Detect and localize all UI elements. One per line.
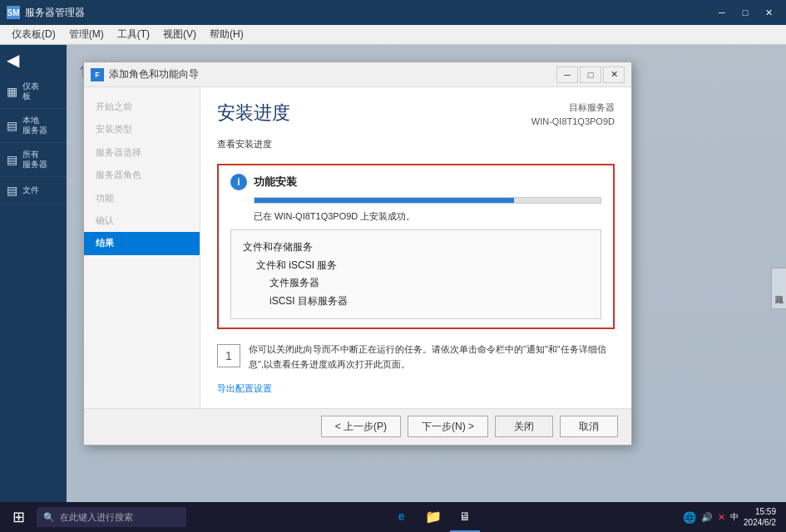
outer-titlebar: SM 服务器管理器 ─ □ ✕	[0, 0, 786, 25]
features-box: 文件和存储服务 文件和 iSCSI 服务 文件服务器 iSCSI 目标服务器	[230, 229, 601, 319]
step-install-type[interactable]: 安装类型	[84, 118, 200, 140]
page-header: 安装进度 目标服务器 WIN-QI8T1Q3PO9D	[217, 101, 615, 128]
tray-clock: 15:59	[744, 506, 776, 517]
dialog-overlay: F 添加角色和功能向导 ─ □ ✕ 开始之前	[67, 45, 786, 532]
progress-bar-container	[254, 197, 601, 204]
section-label: 查看安装进度	[217, 138, 615, 150]
search-icon: 🔍	[43, 512, 55, 523]
server-manager-icon: 🖥	[459, 510, 471, 523]
outer-close-btn[interactable]: ✕	[758, 4, 779, 21]
outer-minimize-btn[interactable]: ─	[711, 4, 733, 21]
page-title: 安装进度	[217, 101, 290, 126]
install-box: i 功能安装 已在 WIN-QI8T1Q3PO9D 上安装成功。	[217, 164, 615, 329]
next-btn[interactable]: 下一步(N) >	[408, 416, 488, 437]
server-info: 目标服务器 WIN-QI8T1Q3PO9D	[531, 101, 615, 128]
inner-dialog-title: 添加角色和功能向导	[109, 67, 556, 81]
step-start[interactable]: 开始之前	[84, 96, 200, 118]
menu-dashboard[interactable]: 仪表板(D)	[5, 26, 62, 43]
dialog-footer: < 上一步(P) 下一步(N) > 关闭 取消	[84, 408, 631, 445]
taskbar-search-box[interactable]: 🔍 在此键入进行搜索	[37, 507, 186, 527]
notice-icon: 1	[217, 344, 240, 367]
right-panel: 仪表板 F 添加角色和功能向导 ─ □ ✕	[67, 45, 786, 532]
sidebar-section: ▦ 仪表板 ▤ 本地服务器 ▤ 所有服务器 ▤ 文件	[0, 75, 67, 204]
inner-dialog: F 添加角色和功能向导 ─ □ ✕ 开始之前	[83, 62, 632, 446]
taskbar-apps: e 📁 🖥	[190, 502, 676, 532]
collapse-btn[interactable]: 隐藏	[771, 268, 786, 309]
sidebar-label-file-storage: 文件	[22, 185, 39, 195]
sidebar-item-local[interactable]: ▤ 本地服务器	[0, 109, 67, 143]
taskbar: ⊞ 🔍 在此键入进行搜索 e 📁 🖥 🌐 🔊 ✕ 中 15:59 2024/6/	[0, 502, 786, 532]
feature-line-0: 文件和存储服务	[243, 239, 589, 257]
windows-icon: ⊞	[12, 508, 25, 526]
prev-btn[interactable]: < 上一步(P)	[321, 416, 401, 437]
outer-win-controls: ─ □ ✕	[711, 4, 779, 21]
steps-panel: 开始之前 安装类型 服务器选择 服务器角色 功能 确认 结果	[84, 87, 200, 408]
step-results[interactable]: 结果	[84, 232, 200, 254]
menu-help[interactable]: 帮助(H)	[203, 26, 250, 43]
taskbar-app-edge[interactable]: e	[387, 502, 417, 532]
inner-close-btn[interactable]: ✕	[603, 66, 625, 83]
sidebar-label-local: 本地服务器	[22, 116, 47, 135]
step-server-roles[interactable]: 服务器角色	[84, 164, 200, 186]
menu-view[interactable]: 视图(V)	[156, 26, 203, 43]
edge-icon: e	[398, 510, 405, 523]
notice-area: 1 你可以关闭此向导而不中断正在运行的任务。请依次单击命令栏中的"通知"和"任务…	[217, 339, 615, 372]
inner-minimize-btn[interactable]: ─	[556, 66, 578, 83]
dialog-body: 开始之前 安装类型 服务器选择 服务器角色 功能 确认 结果	[84, 87, 631, 408]
tray-date: 2024/6/2	[744, 517, 776, 528]
progress-bar-fill	[255, 198, 514, 203]
install-header: i 功能安装	[230, 174, 601, 190]
outer-title: 服务器管理器	[25, 6, 711, 20]
export-config-link[interactable]: 导出配置设置	[217, 382, 615, 395]
nav-back-btn[interactable]: ◀	[0, 45, 67, 75]
outer-maximize-btn[interactable]: □	[734, 4, 756, 21]
start-button[interactable]: ⊞	[3, 502, 33, 532]
tray-time[interactable]: 15:59 2024/6/2	[744, 506, 776, 528]
feature-line-1: 文件和 iSCSI 服务	[243, 257, 589, 275]
sidebar-label-all-servers: 所有服务器	[22, 150, 47, 170]
menu-bar: 仪表板(D) 管理(M) 工具(T) 视图(V) 帮助(H)	[0, 25, 786, 45]
app-icon: SM	[7, 6, 20, 19]
taskbar-tray: 🌐 🔊 ✕ 中 15:59 2024/6/2	[676, 506, 783, 528]
local-icon: ▤	[7, 119, 17, 132]
sidebar-item-file-storage[interactable]: ▤ 文件	[0, 177, 67, 204]
tray-notify-icon[interactable]: ✕	[718, 512, 725, 523]
cancel-btn[interactable]: 取消	[560, 416, 618, 437]
install-title: 功能安装	[254, 175, 297, 190]
success-text: 已在 WIN-QI8T1Q3PO9D 上安装成功。	[254, 210, 601, 223]
sidebar: ◀ ▦ 仪表板 ▤ 本地服务器 ▤ 所有服务器 ▤ 文件	[0, 45, 67, 532]
back-icon: ◀	[7, 50, 19, 70]
outer-window: SM 服务器管理器 ─ □ ✕ 仪表板(D) 管理(M) 工具(T) 视图(V)…	[0, 0, 786, 532]
step-features[interactable]: 功能	[84, 187, 200, 209]
inner-titlebar: F 添加角色和功能向导 ─ □ ✕	[84, 62, 631, 87]
dashboard-icon: ▦	[7, 85, 17, 98]
notice-text: 你可以关闭此向导而不中断正在运行的任务。请依次单击命令栏中的"通知"和"任务详细…	[249, 342, 615, 372]
menu-tools[interactable]: 工具(T)	[111, 26, 156, 43]
sidebar-label-dashboard: 仪表板	[22, 81, 39, 101]
inner-dialog-icon: F	[91, 68, 104, 81]
inner-dialog-controls: ─ □ ✕	[556, 66, 625, 83]
step-confirm[interactable]: 确认	[84, 209, 200, 232]
menu-manage[interactable]: 管理(M)	[62, 26, 111, 43]
feature-line-2: 文件服务器	[243, 274, 589, 293]
content-panel: 安装进度 目标服务器 WIN-QI8T1Q3PO9D 查看安装进度	[200, 87, 631, 408]
tray-network-icon[interactable]: 🌐	[683, 511, 696, 524]
server-info-label: 目标服务器	[531, 101, 615, 115]
info-icon: i	[230, 174, 247, 190]
server-name: WIN-QI8T1Q3PO9D	[531, 115, 615, 129]
taskbar-app-explorer[interactable]: 📁	[418, 502, 448, 532]
file-storage-icon: ▤	[7, 184, 17, 197]
sidebar-item-dashboard[interactable]: ▦ 仪表板	[0, 75, 67, 109]
tray-volume-icon[interactable]: 🔊	[701, 512, 713, 523]
all-servers-icon: ▤	[7, 153, 17, 166]
search-placeholder-text: 在此键入进行搜索	[60, 511, 133, 524]
explorer-icon: 📁	[425, 509, 442, 525]
close-dialog-btn[interactable]: 关闭	[495, 416, 553, 437]
sidebar-item-all-servers[interactable]: ▤ 所有服务器	[0, 143, 67, 177]
step-server-select[interactable]: 服务器选择	[84, 141, 200, 164]
tray-lang: 中	[730, 511, 739, 523]
feature-line-3: iSCSI 目标服务器	[243, 293, 589, 311]
inner-maximize-btn[interactable]: □	[580, 66, 601, 83]
taskbar-app-server-manager[interactable]: 🖥	[450, 502, 480, 532]
main-area: ◀ ▦ 仪表板 ▤ 本地服务器 ▤ 所有服务器 ▤ 文件	[0, 45, 786, 532]
